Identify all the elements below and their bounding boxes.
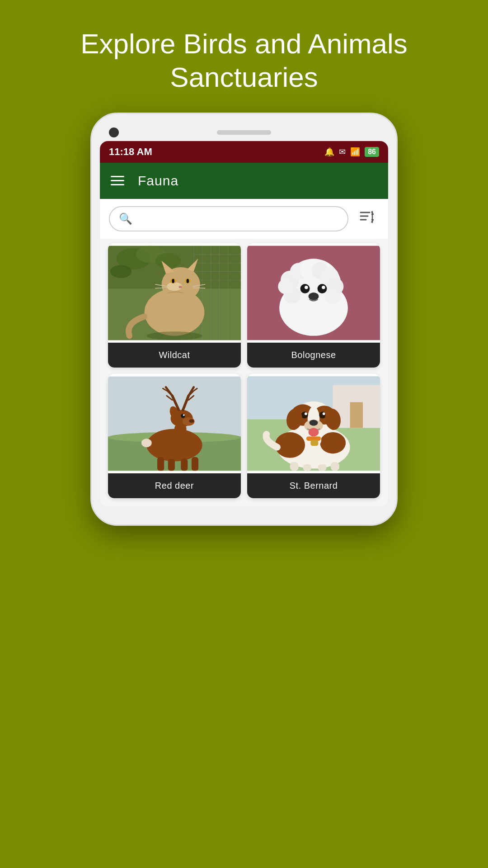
svg-point-47 [278, 278, 293, 294]
battery-indicator: 86 [365, 147, 379, 157]
svg-point-27 [172, 278, 174, 283]
red-deer-image [108, 374, 241, 473]
animal-card-red-deer[interactable]: Red deer [108, 374, 241, 498]
svg-rect-53 [108, 376, 241, 436]
status-icons: 🔔 ✉ 📶 86 [324, 147, 379, 157]
svg-point-93 [301, 411, 308, 418]
page-title: Explore Birds and Animals Sanctuaries [0, 27, 488, 94]
phone-top-bar [100, 124, 388, 141]
svg-point-78 [141, 439, 152, 447]
message-icon: ✉ [339, 147, 346, 157]
bolognese-image [247, 243, 380, 343]
red-deer-label: Red deer [108, 473, 241, 498]
svg-rect-101 [303, 464, 311, 471]
hamburger-line-3 [111, 184, 124, 185]
app-bar: Fauna [100, 163, 388, 199]
hamburger-menu-button[interactable] [111, 176, 124, 185]
animal-card-bolognese[interactable]: Bolognese [247, 243, 380, 368]
status-bar: 11:18 AM 🔔 ✉ 📶 86 [100, 141, 388, 163]
search-box[interactable]: 🔍 [109, 206, 348, 231]
svg-point-29 [187, 278, 189, 283]
svg-rect-102 [318, 464, 326, 471]
svg-rect-76 [181, 459, 188, 471]
svg-point-97 [309, 428, 319, 436]
animal-grid: Wildcat [100, 239, 388, 506]
svg-point-95 [305, 412, 307, 415]
svg-point-49 [318, 284, 327, 293]
svg-point-85 [320, 432, 346, 453]
animal-card-st-bernard[interactable]: St. Bernard [247, 374, 380, 498]
status-time: 11:18 AM [109, 146, 152, 158]
svg-point-35 [146, 331, 202, 340]
wildcat-image [108, 243, 241, 343]
phone-camera [109, 127, 119, 137]
animal-card-wildcat[interactable]: Wildcat [108, 243, 241, 368]
phone-screen: 11:18 AM 🔔 ✉ 📶 86 Fauna 🔍 [100, 141, 388, 506]
svg-point-92 [310, 420, 318, 425]
svg-rect-82 [350, 402, 363, 428]
svg-point-45 [325, 288, 341, 304]
svg-point-48 [300, 284, 310, 293]
svg-point-18 [110, 265, 131, 278]
search-input[interactable] [138, 213, 338, 224]
app-bar-title: Fauna [138, 173, 178, 189]
svg-point-94 [319, 411, 326, 418]
phone-mockup: 11:18 AM 🔔 ✉ 📶 86 Fauna 🔍 [90, 113, 398, 526]
wifi-icon: 📶 [350, 147, 360, 157]
st-bernard-label: St. Bernard [247, 473, 380, 498]
sort-icon [359, 209, 375, 228]
st-bernard-image [247, 374, 380, 473]
svg-rect-100 [290, 462, 299, 471]
hamburger-line-2 [111, 180, 124, 181]
sort-filter-button[interactable] [355, 207, 379, 231]
svg-rect-103 [331, 462, 339, 471]
svg-point-30 [178, 286, 182, 288]
svg-point-51 [322, 286, 325, 289]
search-icon: 🔍 [119, 212, 132, 225]
bolognese-label: Bolognese [247, 343, 380, 368]
svg-rect-74 [157, 457, 164, 471]
phone-speaker [217, 130, 271, 135]
svg-point-50 [305, 286, 308, 289]
svg-line-34 [192, 288, 205, 288]
svg-point-62 [183, 414, 185, 416]
wildcat-label: Wildcat [108, 343, 241, 368]
bell-icon: 🔔 [324, 147, 334, 157]
svg-point-60 [189, 419, 194, 423]
svg-rect-77 [192, 457, 198, 471]
hamburger-line-1 [111, 176, 124, 177]
svg-point-61 [181, 414, 185, 418]
svg-point-52 [309, 292, 319, 300]
svg-rect-105 [310, 440, 318, 446]
search-container: 🔍 [100, 199, 388, 239]
svg-point-96 [323, 412, 325, 415]
svg-line-32 [155, 288, 168, 288]
svg-rect-75 [168, 459, 175, 471]
